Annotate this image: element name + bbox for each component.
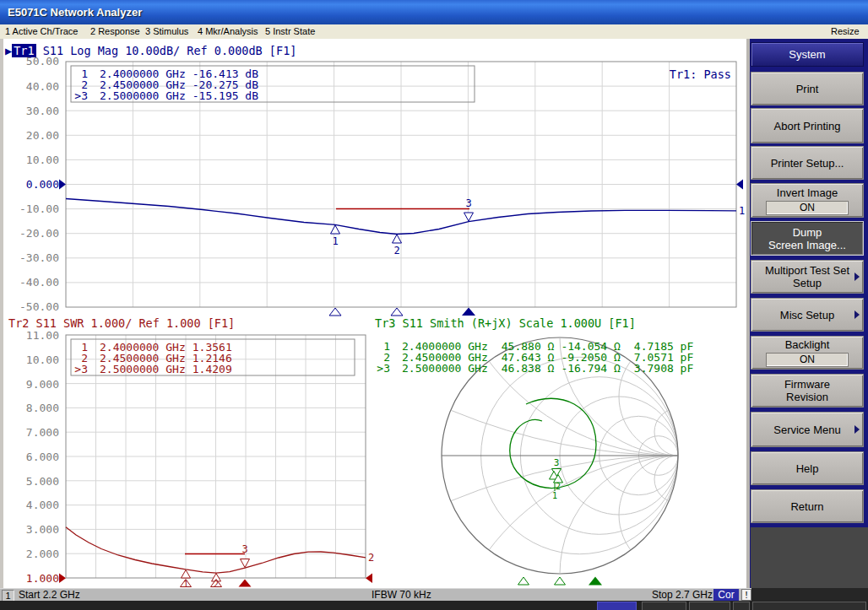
tr1-axis-label: 10.00 (8, 154, 59, 166)
softkey-menu-title: System (751, 42, 864, 67)
tr3-header[interactable]: Tr3 S11 Smith (R+jX) Scale 1.000U [F1] (375, 316, 636, 330)
clipped-cell (689, 602, 730, 610)
menu-stimulus[interactable]: 3 Stimulus (145, 24, 188, 39)
tr1-axis-label: -10.00 (8, 202, 59, 215)
softkey-firmware-revision[interactable]: FirmwareRevision (751, 374, 864, 408)
tr1-limit-status: Tr1: Pass (619, 67, 731, 81)
tr1-ref-axis-label: 0.000 (8, 178, 59, 191)
tr2-marker-3-number: 3 (241, 543, 247, 555)
clipped-cell (752, 602, 866, 610)
tr1-axis-label: -20.00 (8, 227, 59, 240)
title-bar[interactable]: E5071C Network Analyzer (0, 0, 868, 24)
tr1-marker-row: >32.5000000 GHz-15.195 dB (74, 90, 258, 101)
softkey-menu-edge (746, 39, 750, 588)
tr2-axis-label: 3.000 (8, 523, 59, 536)
tr3-marker-3-number: 3 (554, 457, 560, 468)
submenu-arrow-icon (854, 425, 860, 434)
tr1-descriptor: S11 Log Mag 10.00dB/ Ref 0.000dB [F1] (36, 44, 297, 57)
tr2-ref-level-right-icon (366, 574, 372, 584)
menu-resize[interactable]: Resize (831, 24, 860, 39)
plots-canvas: 1 2 3 1 3 2 1 2 (0, 39, 746, 588)
menu-response[interactable]: 2 Response (90, 24, 140, 39)
invert-image-state: ON (766, 201, 849, 215)
submenu-arrow-icon (854, 310, 860, 319)
tr1-stimulus-marker-1-icon (329, 308, 341, 316)
softkey-backlight[interactable]: BacklightON (751, 336, 864, 370)
alert-badge: ! (741, 589, 751, 601)
softkey-service-menu[interactable]: Service Menu (751, 412, 864, 447)
tr1-marker-2[interactable] (393, 235, 402, 243)
correction-badge: Cor (713, 589, 739, 601)
tr3-stimulus-marker-1-icon (518, 577, 529, 585)
tr2-ref-axis-label: 1.000 (8, 572, 59, 585)
tr2-marker-row: >32.5000000 GHz1.4209 (74, 364, 232, 375)
channel-number: 1 (2, 590, 14, 602)
menu-instr-state[interactable]: 5 Instr State (265, 24, 315, 39)
tr2-axis-label: 6.000 (8, 451, 59, 463)
status-bar-right-gap (751, 588, 868, 601)
backlight-state: ON (766, 353, 849, 367)
softkey-printer-setup[interactable]: Printer Setup... (751, 146, 864, 180)
softkey-invert-image[interactable]: Invert ImageON (751, 183, 864, 218)
tr2-marker-2-number: 2 (214, 580, 219, 588)
tr2-axis-label: 11.00 (8, 329, 59, 342)
stop-frequency: Stop 2.7 GHz (652, 589, 713, 601)
menu-active-ch-trace[interactable]: 1 Active Ch/Trace (5, 24, 78, 39)
clipped-cell (642, 602, 686, 610)
window-edge (0, 39, 3, 601)
tr1-marker-3-number: 3 (465, 197, 471, 209)
tr2-axis-label: 2.000 (8, 548, 59, 560)
clipped-cell (733, 602, 750, 610)
tr3-marker-row: >32.5000000 GHz46.838 Ω-16.794 Ω3.7908 p… (377, 363, 693, 374)
clipped-cell-highlight (597, 602, 637, 610)
softkey-misc-setup[interactable]: Misc Setup (751, 298, 864, 332)
tr1-marker-2-number: 2 (393, 245, 399, 256)
tr1-axis-label: 40.00 (8, 80, 59, 93)
tr2-marker-1[interactable] (182, 570, 191, 579)
tr2-ref-level-left-icon (59, 574, 66, 584)
tr2-trace-end-label: 2 (368, 552, 374, 564)
tr1-axis-label: -30.00 (8, 251, 59, 264)
softkey-empty-panel (751, 527, 868, 588)
softkey-dump-screen-image[interactable]: DumpScreen Image... (751, 221, 864, 256)
instrument-screen: E5071C Network Analyzer 1 Active Ch/Trac… (0, 0, 868, 610)
tr2-axis-label: 4.000 (8, 499, 59, 511)
tr1-marker-1[interactable] (331, 225, 340, 234)
tr2-stimulus-marker-3-icon (239, 580, 252, 587)
tr2-marker-3[interactable] (241, 559, 250, 568)
tr1-axis-label: -40.00 (8, 276, 59, 289)
tr1-ref-level-left-icon (59, 180, 66, 190)
window-title: E5071C Network Analyzer (8, 6, 142, 19)
tr2-header[interactable]: Tr2 S11 SWR 1.000/ Ref 1.000 [F1] (8, 316, 235, 330)
tr1-axis-label: 20.00 (8, 129, 59, 142)
tr1-stimulus-marker-3-icon (462, 308, 475, 316)
submenu-arrow-icon (854, 273, 860, 281)
softkey-return[interactable]: Return (751, 489, 864, 523)
tr3-marker-1-number: 1 (552, 491, 557, 500)
tr1-marker-3[interactable] (464, 213, 474, 221)
tr3-marker-2-number: 2 (556, 482, 561, 491)
tr1-axis-label: -50.00 (8, 300, 59, 313)
tr1-trace-end-label: 1 (739, 205, 745, 217)
tr2-axis-label: 5.000 (8, 475, 59, 488)
tr1-ref-level-right-icon (736, 180, 743, 190)
softkey-multiport-test-set-setup[interactable]: Multiport Test SetSetup (751, 260, 864, 294)
softkey-abort-printing[interactable]: Abort Printing (751, 108, 864, 143)
tr1-axis-label: 30.00 (8, 105, 59, 117)
status-bar: 1 Start 2.2 GHz IFBW 70 kHz Stop 2.7 GHz… (0, 588, 751, 601)
ifbw-readout: IFBW 70 kHz (372, 589, 431, 601)
tr3-stimulus-marker-2-icon (555, 577, 566, 585)
tr3-stimulus-marker-3-icon (589, 577, 602, 586)
softkey-menu: System Print Abort Printing Printer Setu… (746, 39, 868, 588)
softkey-print[interactable]: Print (751, 72, 864, 105)
tr2-axis-label: 10.00 (8, 354, 59, 366)
menu-mkr-analysis[interactable]: 4 Mkr/Analysis (198, 24, 258, 39)
tr1-stimulus-marker-2-icon (391, 308, 403, 316)
tr2-axis-label: 8.000 (8, 402, 59, 414)
tr1-axis-label: 50.00 (8, 55, 59, 67)
tr2-axis-label: 9.000 (8, 378, 59, 391)
clipped-bottom-row (0, 601, 868, 610)
tr2-axis-label: 7.000 (8, 426, 59, 439)
softkey-help[interactable]: Help (751, 451, 864, 485)
tr2-marker-1-number: 1 (183, 580, 188, 588)
